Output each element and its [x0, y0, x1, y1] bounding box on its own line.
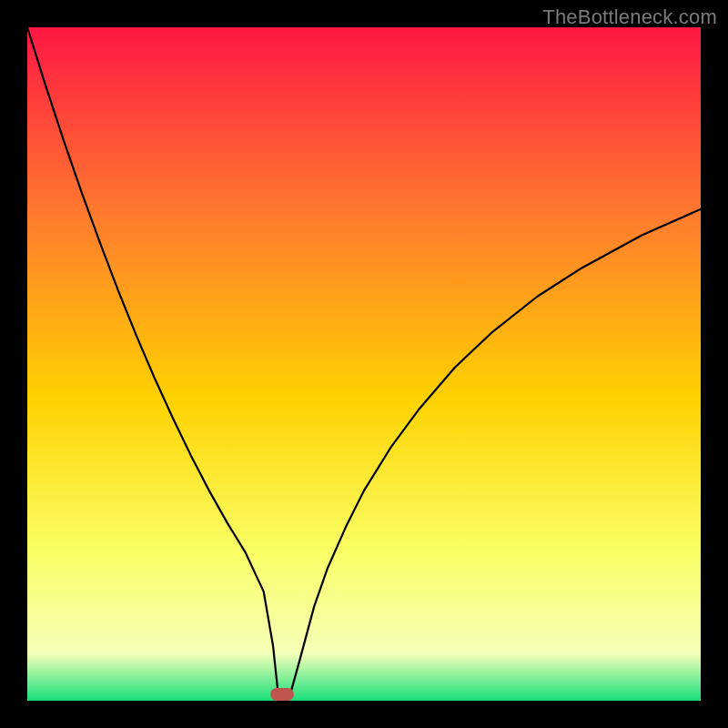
chart-frame: TheBottleneck.com	[0, 0, 728, 728]
bottleneck-curve	[27, 27, 701, 701]
plot-area	[27, 27, 701, 701]
watermark-text: TheBottleneck.com	[542, 5, 717, 29]
optimum-marker	[270, 688, 294, 701]
